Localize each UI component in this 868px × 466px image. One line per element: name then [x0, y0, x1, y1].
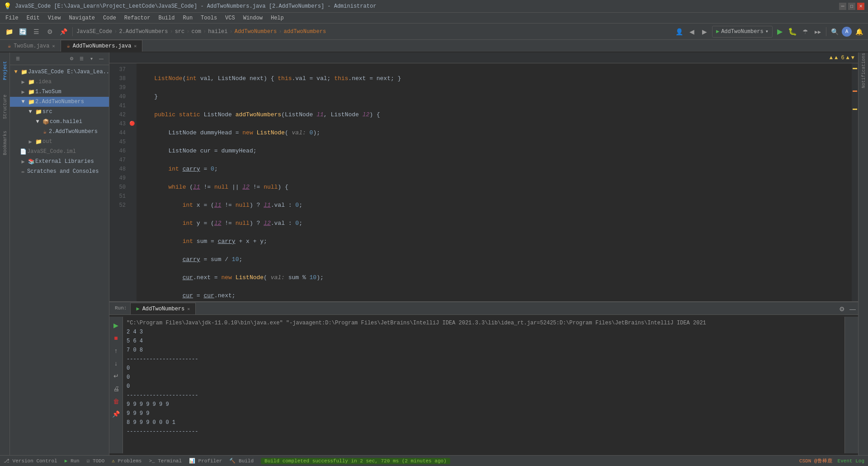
minimize-button[interactable]: ─: [839, 3, 846, 10]
tree-item-out[interactable]: ▶ 📁 out: [10, 137, 109, 147]
search-btn[interactable]: 🔍: [829, 26, 840, 37]
toolbar-pin-btn[interactable]: 📌: [58, 26, 69, 37]
tree-item-twosum[interactable]: ▶ 📁 1.TwoSum: [10, 87, 109, 97]
menu-tools[interactable]: Tools: [197, 14, 221, 22]
tree-root-label: JavaSE_Code E:\Java_Lea...: [28, 69, 109, 75]
bookmarks-vert-tab[interactable]: Bookmarks: [0, 125, 10, 161]
tab-addtwonumbers[interactable]: ☕ AddTwoNumbers.java ✕: [61, 40, 142, 52]
breadcrumb-method[interactable]: addTwoNumbers: [284, 29, 326, 35]
breadcrumb-root[interactable]: JavaSE_Code: [76, 29, 112, 35]
run-print-btn[interactable]: 🖨: [111, 384, 121, 394]
status-build-message: Build completed successfully in 2 sec, 7…: [261, 458, 450, 464]
chevron-down-icon[interactable]: ▼: [851, 55, 854, 61]
project-header-pin-btn[interactable]: —: [97, 55, 105, 63]
project-vert-tab[interactable]: Project: [0, 52, 10, 89]
tab-addtwonumbers-close[interactable]: ✕: [134, 43, 137, 49]
tab-twosum-close[interactable]: ✕: [52, 43, 55, 49]
run-tab-addtwonumbers[interactable]: ▶ AddTwoNumbers ✕: [130, 303, 196, 314]
notifications-btn[interactable]: 🔔: [854, 26, 864, 37]
menu-run[interactable]: Run: [179, 14, 196, 22]
menu-help[interactable]: Help: [267, 14, 288, 22]
tree-item-root[interactable]: ▼ 📁 JavaSE_Code E:\Java_Lea...: [10, 67, 109, 77]
debug-button[interactable]: 🐛: [787, 26, 798, 37]
run-scroll-up-btn[interactable]: ↑: [111, 346, 121, 356]
status-vcs[interactable]: ⎇ Version Control: [4, 458, 57, 464]
notifications-vert-tab[interactable]: Notifications: [859, 52, 868, 89]
code-container: 37 38 39 40 41 42 43 44 45 46 47 48 49 5…: [109, 63, 858, 301]
editor-scrollbar[interactable]: [852, 63, 858, 301]
status-build-btn[interactable]: 🔨 Build: [229, 458, 254, 464]
run-text-area[interactable]: "C:\Program Files\Java\jdk-11.0.10\bin\j…: [123, 317, 844, 453]
project-header-collapse-btn[interactable]: ▾: [87, 55, 95, 63]
breadcrumb-class[interactable]: AddTwoNumbers: [235, 29, 277, 35]
tree-item-javafile[interactable]: ☕ 2.AddTwoNumbers: [10, 127, 109, 137]
run-label: Run:: [111, 302, 130, 314]
toolbar-project-btn[interactable]: 📁: [4, 26, 14, 37]
status-profiler-btn[interactable]: 📊 Profiler: [189, 458, 222, 464]
run-panel-settings-btn[interactable]: ⚙: [836, 304, 847, 314]
breadcrumb-module[interactable]: 2.AddTwoNumbers: [119, 29, 168, 35]
menu-file[interactable]: File: [2, 14, 22, 22]
vcs-icon: ⎇: [4, 458, 9, 464]
menu-build[interactable]: Build: [155, 14, 178, 22]
menu-refactor[interactable]: Refactor: [121, 14, 154, 22]
back-btn[interactable]: ◀: [687, 26, 698, 37]
more-run-btn[interactable]: ▸▸: [812, 26, 823, 37]
menu-window[interactable]: Window: [240, 14, 266, 22]
menu-navigate[interactable]: Navigate: [65, 14, 99, 22]
breadcrumb-hailei[interactable]: hailei: [208, 29, 227, 35]
editor-bottom-container: ▲ ▲ 6 ▲ ▼ 37 38 39 40 41 42 43 44 45 4: [109, 52, 858, 455]
run-panel-close-btn[interactable]: —: [847, 304, 858, 314]
tree-item-scratches[interactable]: ✏ Scratches and Consoles: [10, 166, 109, 176]
run-rerun-btn[interactable]: ▶: [111, 320, 121, 330]
tree-item-addtwonumbers[interactable]: ▼ 📁 2.AddTwoNumbers: [10, 97, 109, 107]
status-problems-btn[interactable]: ⚠ Problems: [112, 458, 142, 464]
close-button[interactable]: ✕: [857, 3, 864, 10]
code-editor[interactable]: ListNode(int val, ListNode next) { this.…: [137, 63, 852, 301]
coverage-btn[interactable]: ☂: [800, 26, 811, 37]
tree-item-package[interactable]: ▼ 📦 com.hailei: [10, 117, 109, 127]
tree-idea-arrow: ▶: [19, 79, 27, 86]
menu-code[interactable]: Code: [99, 14, 120, 22]
main-content: Project Structure Bookmarks ☰ ⚙ ☰ ▾ — ▼ …: [0, 52, 868, 455]
run-stop-btn[interactable]: ■: [111, 333, 121, 343]
status-terminal-btn[interactable]: >_ Terminal: [149, 458, 182, 464]
forward-btn[interactable]: ▶: [699, 26, 710, 37]
structure-vert-tab[interactable]: Structure: [0, 89, 10, 125]
run-softwrap-btn[interactable]: ↵: [111, 371, 121, 381]
tree-item-iml[interactable]: 📄 JavaSE_Code.iml: [10, 147, 109, 157]
run-tab-close[interactable]: ✕: [187, 306, 190, 312]
tree-item-idea[interactable]: ▶ 📁 .idea: [10, 77, 109, 87]
project-header-settings-btn[interactable]: ⚙: [67, 55, 75, 63]
breadcrumb-com[interactable]: com: [191, 29, 201, 35]
breadcrumb-src[interactable]: src: [175, 29, 185, 35]
project-header-layout-btn[interactable]: ☰: [14, 55, 22, 63]
run-scroll-down-btn[interactable]: ↓: [111, 358, 121, 368]
warning-badge[interactable]: ▲ ▲ 6 ▲ ▼: [830, 55, 854, 61]
user-icon-btn[interactable]: 👤: [674, 26, 685, 37]
code-gutter: 🔴: [127, 63, 137, 301]
run-config-dropdown[interactable]: ▶ AddTwoNumbers ▾: [712, 26, 773, 38]
status-run-btn[interactable]: ▶ Run: [65, 458, 80, 464]
run-button[interactable]: ▶: [774, 26, 785, 37]
menu-vcs[interactable]: VCS: [222, 14, 239, 22]
tree-item-extlibs[interactable]: ▶ 📚 External Libraries: [10, 157, 109, 166]
project-header-scroll-btn[interactable]: ☰: [77, 55, 85, 63]
toolbar-layout-btn[interactable]: ☰: [31, 26, 42, 37]
menu-bar: File Edit View Navigate Code Refactor Bu…: [0, 13, 868, 24]
menu-edit[interactable]: Edit: [23, 14, 43, 22]
run-pin-btn[interactable]: 📌: [111, 409, 121, 419]
event-log-btn[interactable]: Event Log: [838, 458, 864, 464]
menu-view[interactable]: View: [44, 14, 65, 22]
tab-twosum[interactable]: ☕ TwoSum.java ✕: [2, 40, 61, 52]
maximize-button[interactable]: □: [848, 3, 855, 10]
status-todo-btn[interactable]: ☑ TODO: [87, 458, 105, 464]
tree-iml-icon: 📄: [19, 148, 27, 155]
run-clear-btn[interactable]: 🗑: [111, 396, 121, 406]
chevron-up-icon[interactable]: ▲: [846, 55, 849, 61]
avatar-btn[interactable]: A: [842, 27, 852, 37]
tree-javafile-label: 2.AddTwoNumbers: [49, 128, 98, 135]
tree-item-src[interactable]: ▼ 📁 src: [10, 107, 109, 117]
toolbar-sync-btn[interactable]: 🔄: [17, 26, 28, 37]
toolbar-settings-btn[interactable]: ⚙: [44, 26, 55, 37]
